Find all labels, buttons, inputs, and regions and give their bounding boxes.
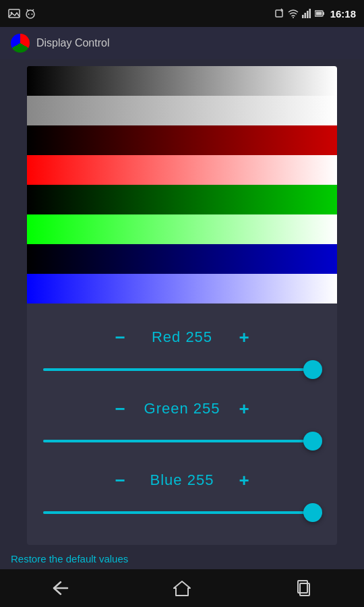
- back-icon: [51, 581, 70, 596]
- svg-rect-10: [304, 13, 306, 18]
- blue-plus-button[interactable]: +: [229, 465, 259, 495]
- bar-blue-white: [27, 274, 337, 304]
- android-icon: [24, 7, 36, 20]
- green-slider-thumb[interactable]: [303, 432, 322, 451]
- status-bar: 16:18: [0, 0, 364, 27]
- controls-section: − Red 255 + − Green 255 +: [27, 304, 337, 531]
- green-slider-track: [43, 440, 321, 442]
- app-bar: Display Control: [0, 27, 364, 59]
- svg-point-6: [32, 13, 33, 15]
- red-slider-fill: [43, 368, 321, 371]
- green-plus-button[interactable]: +: [229, 394, 259, 424]
- svg-line-3: [27, 9, 28, 11]
- signal-icon: [302, 9, 311, 18]
- home-icon: [173, 580, 191, 596]
- bar-red-white: [27, 155, 337, 185]
- blue-slider-thumb[interactable]: [303, 503, 322, 522]
- svg-point-8: [293, 17, 294, 18]
- red-label: Red 255: [135, 328, 229, 346]
- green-minus-button[interactable]: −: [105, 394, 135, 424]
- svg-marker-17: [174, 581, 190, 596]
- bar-black-red: [27, 125, 337, 155]
- app-title: Display Control: [36, 37, 109, 49]
- red-control-row: − Red 255 +: [40, 322, 324, 352]
- status-right-icons: 16:18: [274, 8, 356, 20]
- green-slider-container: [40, 429, 324, 453]
- blue-slider-track: [43, 511, 321, 514]
- svg-point-2: [26, 10, 34, 18]
- svg-point-5: [28, 13, 30, 15]
- svg-rect-0: [9, 9, 20, 18]
- bar-black-white: [27, 66, 337, 96]
- bar-green-white: [27, 214, 337, 244]
- svg-rect-15: [315, 12, 322, 16]
- bar-black-green: [27, 185, 337, 214]
- red-slider-track: [43, 368, 321, 371]
- green-label: Green 255: [135, 400, 229, 417]
- svg-rect-9: [302, 15, 304, 18]
- green-slider-fill: [43, 440, 321, 442]
- nav-bar: [0, 569, 364, 607]
- rotate-icon: [274, 8, 284, 19]
- status-time: 16:18: [330, 8, 356, 20]
- restore-title: Restore the default values: [11, 553, 353, 565]
- recents-icon: [296, 580, 311, 596]
- recents-button[interactable]: [283, 575, 324, 602]
- wifi-icon: [288, 9, 299, 18]
- svg-rect-12: [309, 9, 311, 18]
- blue-label: Blue 255: [135, 471, 229, 489]
- app-icon: [11, 34, 30, 53]
- svg-rect-14: [323, 12, 324, 15]
- svg-line-4: [32, 9, 34, 11]
- battery-icon: [315, 9, 324, 18]
- red-plus-button[interactable]: +: [229, 322, 259, 352]
- green-control-row: − Green 255 +: [40, 394, 324, 424]
- blue-minus-button[interactable]: −: [105, 465, 135, 495]
- bar-black-blue: [27, 244, 337, 274]
- dialog-card: − Red 255 + − Green 255 +: [27, 66, 337, 545]
- red-slider-container: [40, 357, 324, 382]
- status-left-icons: [8, 7, 270, 20]
- back-button[interactable]: [40, 575, 81, 602]
- blue-slider-container: [40, 500, 324, 525]
- svg-rect-11: [307, 11, 309, 18]
- color-display: [27, 66, 337, 304]
- home-button[interactable]: [162, 575, 202, 602]
- photo-icon: [8, 8, 20, 19]
- blue-control-row: − Blue 255 +: [40, 465, 324, 495]
- bar-gray-white: [27, 96, 337, 125]
- main-background: − Red 255 + − Green 255 +: [0, 59, 364, 569]
- blue-slider-fill: [43, 511, 321, 514]
- red-minus-button[interactable]: −: [105, 322, 135, 352]
- red-slider-thumb[interactable]: [303, 360, 322, 379]
